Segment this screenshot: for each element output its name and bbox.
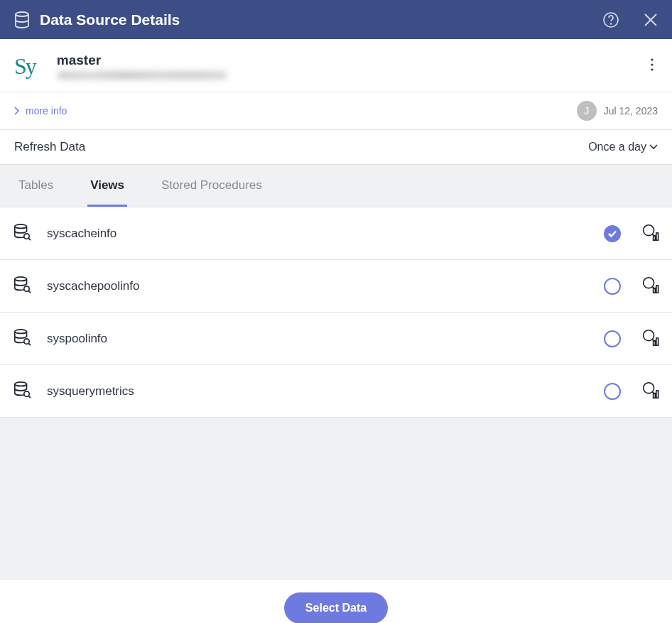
source-logo: Sy xyxy=(14,53,36,80)
svg-point-2 xyxy=(611,23,612,24)
svg-point-13 xyxy=(15,276,27,281)
source-subtitle-blurred xyxy=(57,71,227,80)
checkbox-unchecked[interactable] xyxy=(604,383,621,400)
svg-point-25 xyxy=(644,382,654,393)
preview-icon[interactable] xyxy=(621,328,659,350)
svg-point-19 xyxy=(24,338,29,343)
svg-point-20 xyxy=(644,330,654,340)
refresh-value-text: Once a day xyxy=(588,141,646,153)
source-info-section: Sy master xyxy=(0,39,672,92)
preview-icon[interactable] xyxy=(621,276,659,297)
svg-point-23 xyxy=(15,381,27,386)
svg-rect-12 xyxy=(656,232,659,239)
svg-point-24 xyxy=(24,391,29,396)
refresh-frequency-dropdown[interactable]: Once a day xyxy=(588,141,658,153)
list-item[interactable]: syspoolinfo xyxy=(0,313,672,365)
dialog-title: Data Source Details xyxy=(40,11,592,28)
view-name: syscacheinfo xyxy=(47,227,604,241)
svg-rect-27 xyxy=(656,390,659,397)
database-icon xyxy=(14,11,30,28)
svg-point-5 xyxy=(651,58,653,60)
preview-icon[interactable] xyxy=(621,381,659,402)
svg-point-0 xyxy=(16,12,28,16)
checkbox-unchecked[interactable] xyxy=(604,330,621,347)
svg-point-6 xyxy=(651,63,653,65)
list-item[interactable]: syscacheinfo xyxy=(0,207,672,260)
select-data-button[interactable]: Select Data xyxy=(284,592,388,624)
more-info-link[interactable]: more info xyxy=(26,105,67,117)
help-icon[interactable] xyxy=(602,11,619,28)
chevron-down-icon xyxy=(649,144,658,150)
checkbox-unchecked[interactable] xyxy=(604,278,621,295)
svg-point-18 xyxy=(15,329,27,333)
database-search-icon xyxy=(13,381,47,402)
database-search-icon xyxy=(13,328,47,350)
avatar[interactable]: J xyxy=(577,101,597,121)
chevron-right-icon[interactable] xyxy=(13,107,20,115)
footer: Select Data xyxy=(0,580,672,623)
refresh-label: Refresh Data xyxy=(14,140,85,154)
view-name: syspoolinfo xyxy=(47,332,604,346)
refresh-row: Refresh Data Once a day xyxy=(0,130,672,165)
close-icon[interactable] xyxy=(644,13,658,27)
created-date: Jul 12, 2023 xyxy=(604,105,658,117)
list-empty-area xyxy=(0,418,672,580)
dialog-header: Data Source Details xyxy=(0,0,672,39)
tab-tables[interactable]: Tables xyxy=(16,166,56,207)
database-search-icon xyxy=(13,276,47,297)
svg-point-7 xyxy=(651,68,653,70)
database-search-icon xyxy=(13,223,47,244)
svg-point-14 xyxy=(24,286,29,291)
checkbox-checked[interactable] xyxy=(604,225,621,242)
more-options-icon[interactable] xyxy=(646,51,658,81)
view-name: syscachepoolinfo xyxy=(47,279,604,293)
svg-rect-22 xyxy=(656,337,659,345)
svg-rect-17 xyxy=(656,285,659,292)
list-item[interactable]: syscachepoolinfo xyxy=(0,260,672,313)
list-item[interactable]: sysquerymetrics xyxy=(0,365,672,418)
tab-stored-procedures[interactable]: Stored Procedures xyxy=(158,166,265,207)
svg-point-10 xyxy=(644,224,654,235)
tabs: Tables Views Stored Procedures xyxy=(0,165,672,207)
source-name: master xyxy=(57,53,227,68)
meta-row: more info J Jul 12, 2023 xyxy=(0,92,672,130)
views-list: syscacheinfo syscachepoolinfo syspoolinf… xyxy=(0,207,672,418)
svg-point-8 xyxy=(15,224,27,228)
svg-point-9 xyxy=(24,233,29,238)
view-name: sysquerymetrics xyxy=(47,384,604,399)
preview-icon[interactable] xyxy=(621,223,659,244)
tab-views[interactable]: Views xyxy=(87,166,127,207)
svg-point-15 xyxy=(644,277,654,288)
